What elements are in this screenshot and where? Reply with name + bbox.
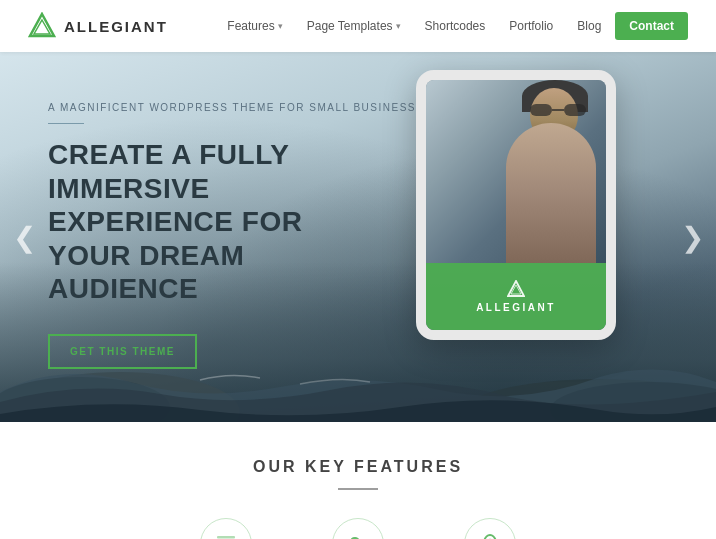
features-icons (20, 518, 696, 539)
tablet-outer: ALLEGIANT (416, 70, 616, 340)
person-silhouette (506, 123, 596, 263)
hero-arrow-left[interactable]: ❮ (8, 221, 40, 253)
rocket-icon (464, 518, 516, 539)
nav-item-features[interactable]: Features ▾ (217, 13, 292, 39)
navbar: ALLEGIANT Features ▾ Page Templates ▾ Sh… (0, 0, 716, 52)
logo[interactable]: ALLEGIANT (28, 12, 168, 40)
hero-subtitle: A MAGNIFICENT WORDPRESS THEME FOR SMALL … (48, 102, 437, 113)
nav-item-blog[interactable]: Blog (567, 13, 611, 39)
tablet-logo-text: ALLEGIANT (476, 302, 556, 313)
cloud-icon (332, 518, 384, 539)
tablet-brand-bar: ALLEGIANT (426, 263, 606, 331)
layers-icon (200, 518, 252, 539)
svg-rect-6 (530, 104, 552, 116)
nav-item-contact[interactable]: Contact (615, 12, 688, 40)
tablet-mockup: ALLEGIANT (416, 70, 616, 340)
chevron-down-icon: ▾ (396, 21, 401, 31)
logo-icon (28, 12, 56, 40)
hero-arrow-right[interactable]: ❯ (676, 221, 708, 253)
nav-item-portfolio[interactable]: Portfolio (499, 13, 563, 39)
chevron-down-icon: ▾ (278, 21, 283, 31)
hero-content: A MAGNIFICENT WORDPRESS THEME FOR SMALL … (48, 102, 437, 369)
svg-rect-7 (564, 104, 586, 116)
hero-title: CREATE A FULLY IMMERSIVE EXPERIENCE FOR … (48, 138, 368, 306)
nav-links: Features ▾ Page Templates ▾ Shortcodes P… (217, 12, 688, 40)
sunglasses-icon (530, 102, 586, 118)
tablet-photo (426, 80, 606, 263)
get-theme-button[interactable]: GET THIS THEME (48, 334, 197, 369)
hero-section: ❮ A MAGNIFICENT WORDPRESS THEME FOR SMAL… (0, 52, 716, 422)
features-section: OUR KEY FEATURES (0, 422, 716, 539)
svg-rect-13 (217, 536, 235, 539)
nav-item-shortcodes[interactable]: Shortcodes (415, 13, 496, 39)
logo-text: ALLEGIANT (64, 18, 168, 35)
tablet-logo-icon (507, 280, 525, 298)
features-divider (338, 488, 378, 490)
tablet-camera (513, 73, 519, 79)
features-title: OUR KEY FEATURES (20, 458, 696, 476)
nav-item-page-templates[interactable]: Page Templates ▾ (297, 13, 411, 39)
tablet-screen: ALLEGIANT (426, 80, 606, 330)
svg-marker-0 (30, 14, 54, 36)
hero-divider (48, 123, 84, 124)
